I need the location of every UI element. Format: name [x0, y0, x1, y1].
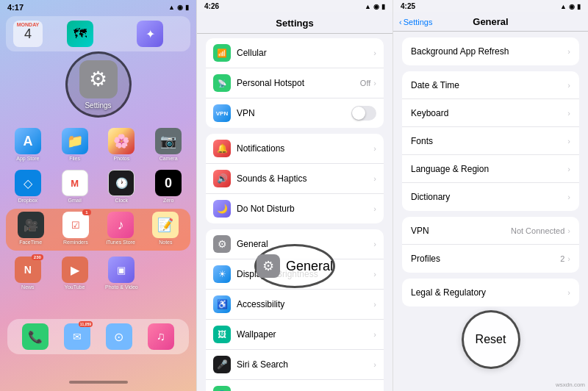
- settings-row-vpn[interactable]: VPN VPN: [206, 98, 384, 128]
- notifications-icon: 🔔: [213, 140, 231, 157]
- settings-row-siri[interactable]: 🎤 Siri & Search ›: [206, 350, 384, 380]
- settings-wifi-icon: ◉: [373, 3, 379, 10]
- app-icon-zero[interactable]: 0 Zero: [148, 170, 189, 203]
- dock-mail[interactable]: ✉ 11,059: [64, 323, 90, 350]
- files-icon: 📁: [62, 128, 88, 154]
- fonts-chevron: ›: [567, 137, 570, 146]
- settings-row-dnd[interactable]: 🌙 Do Not Disturb ›: [206, 194, 384, 223]
- gen-row-profiles[interactable]: Profiles 2 ›: [402, 245, 579, 273]
- settings-row-faceid[interactable]: 👤 Face ID & Passcode ›: [206, 380, 384, 391]
- settings-row-accessibility[interactable]: ♿ Accessibility ›: [206, 290, 384, 320]
- settings-row-notifications[interactable]: 🔔 Notifications ›: [206, 134, 384, 164]
- siri-icon: 🎤: [213, 356, 231, 373]
- keyboard-chevron: ›: [567, 109, 570, 118]
- cellular-label: Cellular: [237, 48, 373, 58]
- dock-phone[interactable]: 📞: [22, 323, 49, 350]
- app-icon-photos[interactable]: 🌸 Photos: [101, 128, 143, 161]
- dock-bar: 📞 ✉ 11,059 ⊙ ♫: [7, 319, 189, 354]
- reset-button-circle[interactable]: Reset: [462, 310, 520, 369]
- gen-nav-back-button[interactable]: ‹ Settings: [399, 18, 432, 26]
- legal-chevron: ›: [567, 288, 570, 297]
- gen-group-refresh: Background App Refresh ›: [402, 37, 579, 65]
- gen-nav-title: General: [473, 16, 508, 27]
- app-icon-notes[interactable]: 📝 Notes: [146, 212, 186, 245]
- datetime-chevron: ›: [567, 81, 570, 90]
- vpn-toggle[interactable]: [351, 106, 376, 121]
- keyboard-label: Keyboard: [411, 108, 567, 118]
- cellular-chevron: ›: [373, 49, 376, 57]
- gen-wifi-icon: ◉: [569, 3, 575, 10]
- dropbox-icon: ◇: [15, 170, 41, 196]
- settings-row-wallpaper[interactable]: 🖼 Wallpaper ›: [206, 320, 384, 350]
- bg-refresh-chevron: ›: [567, 47, 570, 56]
- siri-label: Siri & Search: [237, 359, 373, 370]
- app-label-facetime: FaceTime: [19, 240, 42, 245]
- fonts-label: Fonts: [411, 136, 567, 146]
- day-num: 4: [15, 27, 41, 42]
- gen-row-legal[interactable]: Legal & Regulatory ›: [402, 279, 579, 306]
- app-icon-youtube[interactable]: ▶ YouTube: [54, 257, 96, 290]
- home-status-bar: 4:17 ▲ ◉ ▮: [0, 0, 196, 13]
- gen-status-icons: ▲ ◉ ▮: [560, 3, 581, 10]
- settings-row-sounds[interactable]: 🔊 Sounds & Haptics ›: [206, 164, 384, 194]
- gen-battery-icon: ▮: [577, 3, 581, 10]
- app-label-camera: Camera: [159, 156, 178, 161]
- app-label-clock: Clock: [115, 198, 129, 203]
- music-icon: ♫: [148, 323, 174, 350]
- gen-row-dictionary[interactable]: Dictionary ›: [402, 183, 579, 211]
- app-icon-appstore[interactable]: A App Store: [7, 128, 49, 161]
- phone-icon: 📞: [22, 323, 49, 350]
- general-highlight-circle[interactable]: ⚙ General: [254, 244, 335, 288]
- mail-icon: ✉ 11,059: [64, 323, 90, 350]
- gen-row-fonts[interactable]: Fonts ›: [402, 127, 579, 155]
- gen-row-language[interactable]: Language & Region ›: [402, 155, 579, 183]
- app-label-reminders: Reminders: [63, 240, 88, 245]
- app-icon-files[interactable]: 📁 Files: [54, 128, 96, 161]
- settings-battery-icon: ▮: [381, 3, 385, 10]
- mail-badge: 11,059: [79, 321, 93, 327]
- language-chevron: ›: [567, 165, 570, 173]
- app-label-dropbox: Dropbox: [18, 198, 37, 203]
- dock-safari[interactable]: ⊙: [106, 323, 132, 350]
- settings-row-cellular[interactable]: 📶 Cellular ›: [206, 38, 384, 68]
- gen-status-bar: 4:25 ▲ ◉ ▮: [393, 0, 588, 12]
- app-icon-news[interactable]: N 230 News: [7, 257, 49, 290]
- app-icon-itunes[interactable]: ♪ iTunes Store: [101, 212, 141, 245]
- iphone-home-screen: 4:17 ▲ ◉ ▮ Monday 4 🗺 ✦ ⚙ Settings: [0, 0, 196, 391]
- battery-icon: ▮: [185, 4, 189, 11]
- clock-icon: 🕐: [108, 170, 135, 196]
- wifi-icon: ◉: [177, 4, 183, 11]
- app-icon-reminders[interactable]: ☑ 1 Reminders: [55, 212, 96, 245]
- sounds-chevron: ›: [373, 174, 376, 183]
- settings-group-network: 📶 Cellular › 📡 Personal Hotspot Off › VP…: [206, 38, 384, 128]
- dock-music[interactable]: ♫: [148, 323, 174, 350]
- settings-row-hotspot[interactable]: 📡 Personal Hotspot Off ›: [206, 68, 384, 98]
- app-icon-dropbox[interactable]: ◇ Dropbox: [7, 170, 49, 203]
- app-icon-maps[interactable]: 🗺: [67, 21, 93, 47]
- app-icon-shortcuts[interactable]: ✦: [137, 21, 163, 47]
- gen-row-keyboard[interactable]: Keyboard ›: [402, 99, 579, 127]
- gen-settings-content: Background App Refresh › Date & Time › K…: [393, 32, 588, 391]
- bg-refresh-label: Background App Refresh: [411, 46, 567, 57]
- gen-row-vpn[interactable]: VPN Not Connected ›: [402, 217, 579, 245]
- app-label-gmail: Gmail: [68, 198, 81, 203]
- gen-row-bg-refresh[interactable]: Background App Refresh ›: [402, 37, 579, 65]
- gen-row-datetime[interactable]: Date & Time ›: [402, 71, 579, 99]
- gen-vpn-value: Not Connected: [511, 226, 564, 235]
- facetime-icon: 🎥: [18, 212, 44, 238]
- app-icon-camera[interactable]: 📷 Camera: [148, 128, 189, 161]
- settings-app-icon-big[interactable]: ⚙: [79, 60, 118, 98]
- app-icon-clock[interactable]: 🕐 Clock: [101, 170, 143, 203]
- app-icon-photovideo[interactable]: ▣ Photo & Video: [101, 257, 143, 290]
- app-icon-facetime[interactable]: 🎥 FaceTime: [10, 212, 51, 245]
- reset-label: Reset: [476, 333, 506, 346]
- legal-label: Legal & Regulatory: [411, 287, 567, 298]
- shortcuts-icon: ✦: [137, 21, 163, 47]
- gen-signal-icon: ▲: [560, 3, 567, 10]
- app-icon-gmail[interactable]: M Gmail: [54, 170, 96, 203]
- app-row-5: 🎥 FaceTime ☑ 1 Reminders ♪ iTunes Store …: [10, 212, 186, 245]
- hotspot-value: Off: [360, 79, 370, 87]
- notifications-chevron: ›: [373, 144, 376, 153]
- date-widget: Monday 4 🗺 ✦: [6, 16, 190, 51]
- home-status-icons: ▲ ◉ ▮: [168, 4, 189, 11]
